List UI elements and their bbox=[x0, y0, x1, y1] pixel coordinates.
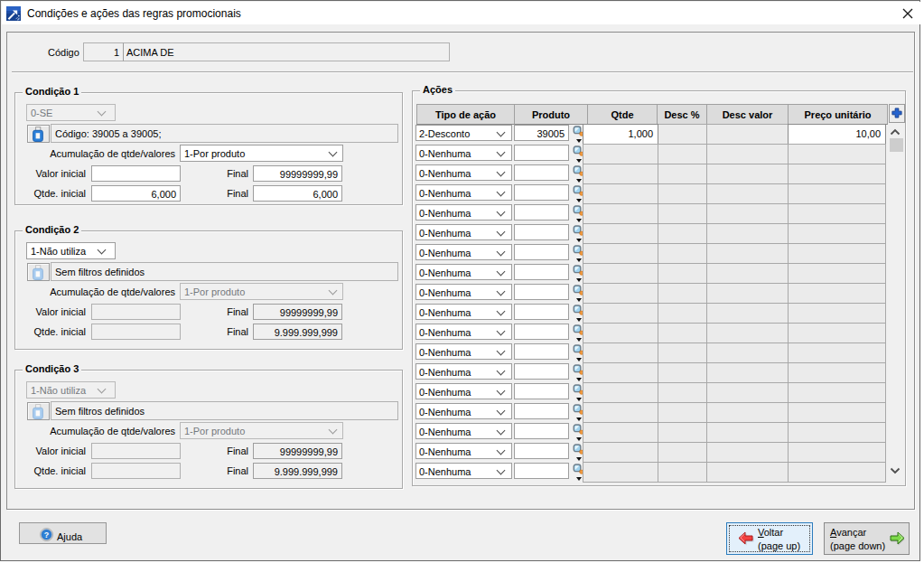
svg-text:?: ? bbox=[44, 530, 49, 540]
